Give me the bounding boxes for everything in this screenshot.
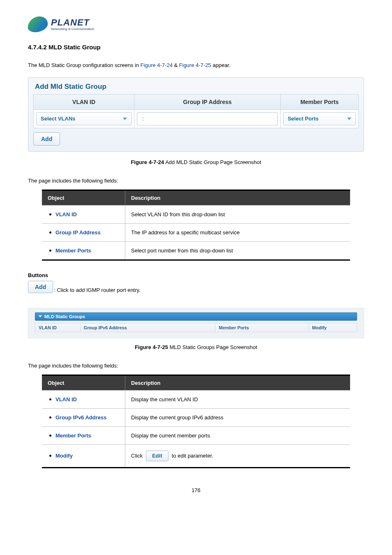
add-mld-static-group-panel: Add Mld Static Group VLAN ID Group IP Ad…	[28, 77, 364, 152]
logo-text: PLANET Networking & Communication	[51, 18, 94, 31]
obj-desc: The IP address for a specific multicast …	[125, 223, 350, 241]
col-group-ip: Group IP Address	[134, 94, 281, 109]
obj-label: Group IP Address	[55, 229, 101, 236]
intro-amp: &	[173, 62, 179, 68]
logo: PLANET Networking & Communication	[28, 16, 364, 32]
obj-desc: Display the current group IPv6 address	[125, 408, 350, 426]
modify-post: to edit parameter.	[172, 453, 213, 459]
table-row: Group IPv6 Address Display the current g…	[42, 408, 350, 426]
t2-h2: Description	[125, 375, 350, 390]
obj-label: Member Ports	[55, 247, 91, 254]
add-button-sample[interactable]: Add	[28, 281, 53, 293]
fields-intro-1: The page includes the following fields:	[28, 178, 364, 184]
description-table-2: Object Description VLAN ID Display the c…	[42, 375, 350, 468]
add-button-description-row: Add : Click to add IGMP router port entr…	[28, 281, 364, 293]
figure-caption-1: Figure 4-7-24 Add MLD Static Group Page …	[28, 159, 364, 165]
caption2-rest: MLD Static Groups Page Screenshot	[168, 344, 257, 350]
caption1-bold: Figure 4-7-24	[131, 159, 164, 165]
add-button[interactable]: Add	[33, 132, 60, 146]
intro-pre: The MLD Static Group configuration scree…	[28, 62, 141, 68]
panel2-titlebar[interactable]: MLD Static Groups	[35, 312, 357, 321]
obj-desc: Select port number from this drop-down l…	[125, 241, 350, 260]
caption1-rest: Add MLD Static Group Page Screenshot	[164, 159, 261, 165]
table-row: Modify Click Edit to edit parameter.	[42, 444, 350, 467]
chevron-down-icon	[123, 118, 127, 120]
ports-select-label: Select Ports	[288, 116, 318, 122]
intro-post: appear.	[211, 62, 231, 68]
edit-button[interactable]: Edit	[146, 451, 168, 461]
logo-title: PLANET	[51, 18, 94, 27]
t1-h2: Description	[125, 190, 350, 205]
obj-label: Member Ports	[55, 432, 91, 439]
add-button-description: : Click to add IGMP router port entry.	[54, 287, 141, 293]
vlan-select[interactable]: Select VLANs	[36, 112, 131, 125]
modify-pre: Click	[131, 453, 143, 459]
obj-desc: Select VLAN ID from this drop-down list	[125, 205, 350, 223]
figure-link-1[interactable]: Figure 4-7-24	[141, 62, 173, 68]
obj-label: Group IPv6 Address	[55, 414, 107, 421]
table-row: Group IP Address The IP address for a sp…	[42, 223, 350, 241]
figure-link-2[interactable]: Figure 4-7-25	[179, 62, 211, 68]
table-row: Member Ports Display the current member …	[42, 426, 350, 444]
obj-desc: Display the current member ports	[125, 426, 350, 444]
table-row: Member Ports Select port number from thi…	[42, 241, 350, 260]
group-ip-input[interactable]	[137, 112, 278, 125]
panel1-table: VLAN ID Group IP Address Member Ports Se…	[33, 94, 359, 128]
section-heading: 4.7.4.2 MLD Static Group	[28, 44, 364, 51]
modify-cell: Click Edit to edit parameter.	[131, 451, 344, 461]
col-member-ports: Member Ports	[281, 94, 359, 109]
bullet-icon	[49, 416, 51, 419]
vlan-select-label: Select VLANs	[41, 116, 76, 122]
t1-h1: Object	[42, 190, 125, 205]
mld-static-groups-panel: MLD Static Groups VLAN ID Group IPv6 Add…	[28, 308, 364, 338]
bullet-icon	[49, 213, 51, 215]
table-row: VLAN ID Select VLAN ID from this drop-do…	[42, 205, 350, 223]
chevron-down-icon	[347, 118, 351, 120]
bullet-icon	[49, 398, 51, 400]
obj-label: VLAN ID	[55, 396, 77, 402]
description-table-1: Object Description VLAN ID Select VLAN I…	[42, 190, 350, 261]
col-vlan-id: VLAN ID	[34, 94, 134, 109]
buttons-heading: Buttons	[28, 272, 364, 278]
fields-intro-2: The page includes the following fields:	[28, 363, 364, 369]
bullet-icon	[49, 435, 51, 437]
triangle-down-icon	[39, 315, 42, 317]
intro-paragraph: The MLD Static Group configuration scree…	[28, 61, 364, 70]
obj-desc: Display the current VLAN ID	[125, 390, 350, 408]
table-row: VLAN ID Display the current VLAN ID	[42, 390, 350, 408]
t2-h1: Object	[42, 375, 125, 390]
bullet-icon	[49, 250, 51, 252]
figure-caption-2: Figure 4-7-25 MLD Static Groups Page Scr…	[28, 344, 364, 350]
caption2-bold: Figure 4-7-25	[135, 344, 168, 350]
p2-col-ipv6: Group IPv6 Address	[80, 323, 215, 332]
p2-col-vlan: VLAN ID	[35, 323, 81, 332]
logo-mark-icon	[28, 15, 48, 34]
logo-subtitle: Networking & Communication	[51, 27, 94, 31]
bullet-icon	[49, 231, 51, 234]
panel2-title: MLD Static Groups	[44, 314, 85, 319]
obj-label: VLAN ID	[55, 211, 77, 217]
page-number: 176	[28, 487, 364, 493]
panel1-title: Add Mld Static Group	[35, 83, 359, 91]
obj-label: Modify	[55, 453, 73, 459]
bullet-icon	[49, 455, 51, 457]
p2-col-ports: Member Ports	[215, 323, 309, 332]
panel2-grid: VLAN ID Group IPv6 Address Member Ports …	[35, 323, 357, 332]
p2-col-modify: Modify	[309, 323, 357, 332]
ports-select[interactable]: Select Ports	[283, 112, 356, 125]
